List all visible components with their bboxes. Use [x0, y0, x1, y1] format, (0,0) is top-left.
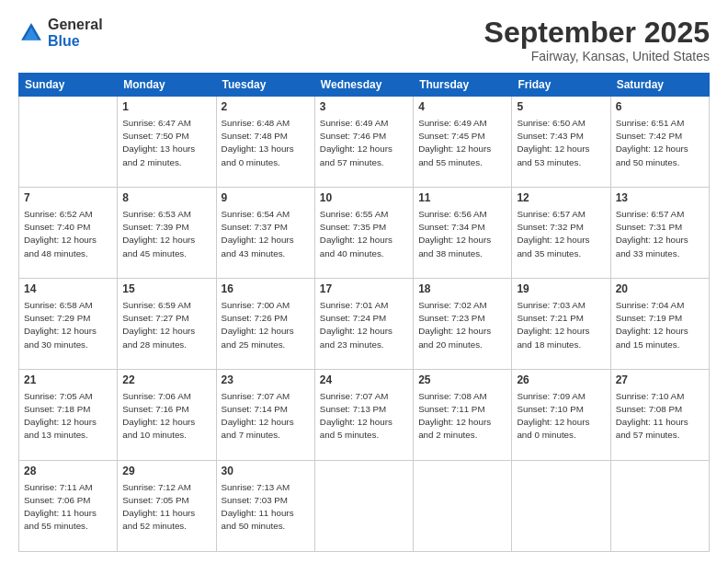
calendar-week-4: 28Sunrise: 7:11 AMSunset: 7:06 PMDayligh…	[19, 461, 710, 552]
day-number: 3	[320, 99, 408, 115]
calendar-cell: 19Sunrise: 7:03 AMSunset: 7:21 PMDayligh…	[512, 279, 610, 370]
day-info: Sunrise: 7:07 AMSunset: 7:13 PMDaylight:…	[320, 390, 408, 442]
day-info: Sunrise: 6:52 AMSunset: 7:40 PMDaylight:…	[24, 208, 112, 260]
day-info: Sunrise: 6:49 AMSunset: 7:46 PMDaylight:…	[320, 117, 408, 169]
calendar-table: Sunday Monday Tuesday Wednesday Thursday…	[18, 73, 710, 552]
calendar-cell: 4Sunrise: 6:49 AMSunset: 7:45 PMDaylight…	[414, 97, 512, 188]
calendar-cell: 20Sunrise: 7:04 AMSunset: 7:19 PMDayligh…	[610, 279, 709, 370]
day-info: Sunrise: 6:48 AMSunset: 7:48 PMDaylight:…	[222, 117, 310, 169]
day-info: Sunrise: 6:53 AMSunset: 7:39 PMDaylight:…	[122, 208, 210, 260]
day-number: 29	[122, 464, 210, 479]
col-monday: Monday	[118, 74, 216, 97]
day-info: Sunrise: 6:56 AMSunset: 7:34 PMDaylight:…	[418, 208, 506, 260]
calendar-cell: 10Sunrise: 6:55 AMSunset: 7:35 PMDayligh…	[314, 188, 413, 279]
day-number: 19	[517, 282, 605, 297]
day-number: 30	[222, 464, 310, 479]
day-number: 2	[222, 99, 310, 115]
calendar-cell: 1Sunrise: 6:47 AMSunset: 7:50 PMDaylight…	[118, 97, 216, 188]
calendar-cell: 22Sunrise: 7:06 AMSunset: 7:16 PMDayligh…	[118, 370, 216, 461]
day-number: 16	[222, 282, 310, 297]
calendar-cell: 9Sunrise: 6:54 AMSunset: 7:37 PMDaylight…	[216, 188, 314, 279]
logo-text-line2: Blue	[48, 33, 103, 50]
calendar-header-row: Sunday Monday Tuesday Wednesday Thursday…	[19, 74, 710, 97]
day-info: Sunrise: 7:12 AMSunset: 7:05 PMDaylight:…	[122, 481, 210, 534]
day-info: Sunrise: 6:50 AMSunset: 7:43 PMDaylight:…	[517, 117, 605, 169]
day-info: Sunrise: 7:09 AMSunset: 7:10 PMDaylight:…	[517, 390, 605, 442]
calendar-cell: 11Sunrise: 6:56 AMSunset: 7:34 PMDayligh…	[414, 188, 512, 279]
day-number: 7	[24, 190, 112, 206]
day-info: Sunrise: 7:08 AMSunset: 7:11 PMDaylight:…	[418, 390, 506, 442]
day-info: Sunrise: 6:57 AMSunset: 7:31 PMDaylight:…	[616, 208, 704, 260]
calendar-cell: 15Sunrise: 6:59 AMSunset: 7:27 PMDayligh…	[118, 279, 216, 370]
day-info: Sunrise: 6:49 AMSunset: 7:45 PMDaylight:…	[418, 117, 506, 169]
day-info: Sunrise: 6:58 AMSunset: 7:29 PMDaylight:…	[24, 299, 112, 351]
day-number: 26	[517, 373, 605, 388]
day-info: Sunrise: 6:57 AMSunset: 7:32 PMDaylight:…	[517, 208, 605, 260]
day-info: Sunrise: 6:59 AMSunset: 7:27 PMDaylight:…	[122, 299, 210, 351]
day-number: 12	[517, 190, 605, 206]
calendar-cell: 28Sunrise: 7:11 AMSunset: 7:06 PMDayligh…	[19, 461, 118, 552]
page-title: September 2025	[484, 17, 710, 49]
day-info: Sunrise: 6:55 AMSunset: 7:35 PMDaylight:…	[320, 208, 408, 260]
day-number: 10	[320, 190, 408, 206]
logo: General Blue	[18, 17, 103, 50]
col-sunday: Sunday	[19, 74, 118, 97]
day-number: 6	[616, 99, 704, 115]
day-info: Sunrise: 6:47 AMSunset: 7:50 PMDaylight:…	[122, 117, 210, 169]
calendar-cell: 16Sunrise: 7:00 AMSunset: 7:26 PMDayligh…	[216, 279, 314, 370]
day-info: Sunrise: 6:51 AMSunset: 7:42 PMDaylight:…	[616, 117, 704, 169]
day-number: 1	[122, 99, 210, 115]
calendar-week-2: 14Sunrise: 6:58 AMSunset: 7:29 PMDayligh…	[19, 279, 710, 370]
calendar-week-1: 7Sunrise: 6:52 AMSunset: 7:40 PMDaylight…	[19, 188, 710, 279]
calendar-cell: 26Sunrise: 7:09 AMSunset: 7:10 PMDayligh…	[512, 370, 610, 461]
col-friday: Friday	[512, 74, 610, 97]
calendar-cell: 7Sunrise: 6:52 AMSunset: 7:40 PMDaylight…	[19, 188, 118, 279]
day-number: 23	[222, 373, 310, 388]
day-info: Sunrise: 6:54 AMSunset: 7:37 PMDaylight:…	[222, 208, 310, 260]
day-info: Sunrise: 7:04 AMSunset: 7:19 PMDaylight:…	[616, 299, 704, 351]
day-number: 21	[24, 373, 112, 388]
calendar-cell: 29Sunrise: 7:12 AMSunset: 7:05 PMDayligh…	[118, 461, 216, 552]
day-number: 17	[320, 282, 408, 297]
calendar-cell: 12Sunrise: 6:57 AMSunset: 7:32 PMDayligh…	[512, 188, 610, 279]
col-wednesday: Wednesday	[314, 74, 413, 97]
day-number: 8	[122, 190, 210, 206]
calendar-cell: 14Sunrise: 6:58 AMSunset: 7:29 PMDayligh…	[19, 279, 118, 370]
day-number: 25	[418, 373, 506, 388]
logo-icon	[18, 20, 44, 46]
calendar-cell	[512, 461, 610, 552]
page: General Blue September 2025 Fairway, Kan…	[0, 0, 728, 563]
calendar-cell	[19, 97, 118, 188]
day-number: 5	[517, 99, 605, 115]
calendar-cell: 27Sunrise: 7:10 AMSunset: 7:08 PMDayligh…	[610, 370, 709, 461]
day-info: Sunrise: 7:07 AMSunset: 7:14 PMDaylight:…	[222, 390, 310, 442]
calendar-cell: 5Sunrise: 6:50 AMSunset: 7:43 PMDaylight…	[512, 97, 610, 188]
calendar-cell: 23Sunrise: 7:07 AMSunset: 7:14 PMDayligh…	[216, 370, 314, 461]
day-number: 18	[418, 282, 506, 297]
day-number: 13	[616, 190, 704, 206]
day-number: 11	[418, 190, 506, 206]
col-thursday: Thursday	[414, 74, 512, 97]
calendar-cell	[314, 461, 413, 552]
day-number: 20	[616, 282, 704, 297]
calendar-cell: 30Sunrise: 7:13 AMSunset: 7:03 PMDayligh…	[216, 461, 314, 552]
calendar-cell: 6Sunrise: 6:51 AMSunset: 7:42 PMDaylight…	[610, 97, 709, 188]
day-number: 24	[320, 373, 408, 388]
day-info: Sunrise: 7:11 AMSunset: 7:06 PMDaylight:…	[24, 481, 112, 534]
calendar-cell: 13Sunrise: 6:57 AMSunset: 7:31 PMDayligh…	[610, 188, 709, 279]
day-number: 14	[24, 282, 112, 297]
col-saturday: Saturday	[610, 74, 709, 97]
calendar-cell: 2Sunrise: 6:48 AMSunset: 7:48 PMDaylight…	[216, 97, 314, 188]
day-info: Sunrise: 7:01 AMSunset: 7:24 PMDaylight:…	[320, 299, 408, 351]
day-info: Sunrise: 7:05 AMSunset: 7:18 PMDaylight:…	[24, 390, 112, 442]
logo-text-line1: General	[48, 17, 103, 33]
day-info: Sunrise: 7:10 AMSunset: 7:08 PMDaylight:…	[616, 390, 704, 442]
day-number: 22	[122, 373, 210, 388]
day-number: 4	[418, 99, 506, 115]
calendar-cell: 25Sunrise: 7:08 AMSunset: 7:11 PMDayligh…	[414, 370, 512, 461]
calendar-cell: 21Sunrise: 7:05 AMSunset: 7:18 PMDayligh…	[19, 370, 118, 461]
page-subtitle: Fairway, Kansas, United States	[484, 49, 710, 63]
calendar-cell	[414, 461, 512, 552]
day-info: Sunrise: 7:02 AMSunset: 7:23 PMDaylight:…	[418, 299, 506, 351]
day-number: 15	[122, 282, 210, 297]
